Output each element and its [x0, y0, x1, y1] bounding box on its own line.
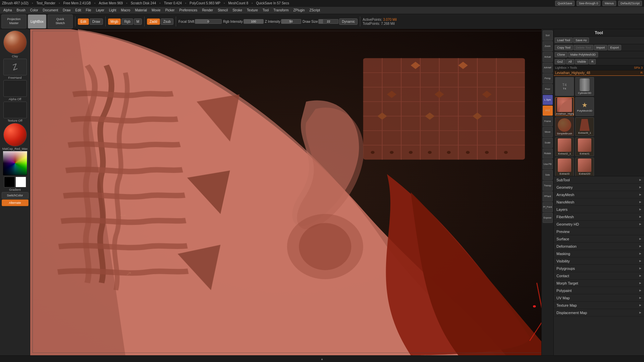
all-button[interactable]: All — [566, 59, 574, 64]
zsub-button[interactable]: Zsub — [161, 18, 173, 25]
menu-item-transform[interactable]: Transform — [271, 8, 290, 13]
3d-viewport[interactable]: ↔ ↗ — [30, 29, 553, 355]
usapb-icon-btn[interactable]: Usa PB — [543, 159, 553, 169]
menu-item-stroke[interactable]: Stroke — [230, 8, 244, 13]
menu-item-macro[interactable]: Macro — [119, 8, 132, 13]
tool-thumb-extract2-1[interactable]: Extract2_1 — [555, 137, 574, 156]
menu-item-stencil[interactable]: Stencil — [216, 8, 230, 13]
subtool-displacement-map[interactable]: Displacement Map — [554, 309, 644, 316]
scroll-icon-btn[interactable]: Scrl — [543, 31, 553, 41]
subtool-texture-map[interactable]: Texture Map — [554, 302, 644, 309]
projection-master-button[interactable]: ProjectionMaster — [1, 14, 26, 28]
subtool-uv-map[interactable]: UV Map — [554, 294, 644, 302]
lsym-icon-btn[interactable]: L.Sym — [543, 95, 553, 105]
subtool-fibermesh[interactable]: FiberMesh — [554, 213, 644, 221]
menu-item-movie[interactable]: Movie — [150, 8, 163, 13]
pfpoint-icon-btn[interactable]: Pf_Point — [543, 202, 553, 212]
move-icon-icon-btn[interactable]: Move — [543, 127, 553, 137]
subtool-arraymesh[interactable]: ArrayMesh — [554, 191, 644, 198]
menu-item-file[interactable]: File — [84, 8, 93, 13]
draw-size-slider[interactable]: 22 — [318, 19, 338, 24]
subtool-layers[interactable]: Layers — [554, 206, 644, 213]
subtool-surface[interactable]: Surface — [554, 235, 644, 243]
menus-button[interactable]: Menus — [602, 1, 616, 6]
subtool-geometry-hd[interactable]: Geometry HD — [554, 221, 644, 228]
see-through-button[interactable]: See-through 0 — [577, 1, 600, 6]
rgb-button[interactable]: Rgb — [121, 18, 133, 25]
clay-sphere[interactable] — [3, 31, 27, 54]
tool-thumb-extract1[interactable]: Extract1 — [575, 137, 594, 156]
menu-item-layer[interactable]: Layer — [94, 8, 106, 13]
visible-button[interactable]: Visible — [575, 59, 588, 64]
menu-item-alpha[interactable]: Alpha — [1, 8, 14, 13]
load-tool-button[interactable]: Load Tool — [555, 38, 573, 43]
solo-icon-btn[interactable]: Solo — [543, 170, 553, 180]
z-intensity-slider[interactable]: 50 — [281, 19, 301, 24]
make-polymesh-button[interactable]: Make PolyMesh3D — [568, 52, 598, 57]
zadd-button[interactable]: Zadd — [147, 18, 160, 25]
subtool-polypaint[interactable]: Polypaint — [554, 287, 644, 294]
subtool-geometry[interactable]: Geometry — [554, 184, 644, 191]
transparent-icon-btn[interactable]: Transp — [543, 181, 553, 191]
menu-item-picker[interactable]: Picker — [163, 8, 177, 13]
draw-button[interactable]: Draw — [90, 18, 103, 25]
subtool-morph-target[interactable]: Morph Target — [554, 280, 644, 287]
tool-thumb-simplebrush[interactable]: SimpleBrush — [555, 117, 574, 136]
canvas-area[interactable]: ↔ ↗ — [30, 29, 553, 355]
texture-off[interactable] — [3, 102, 27, 118]
copy-tool-button[interactable]: Copy Tool — [555, 45, 573, 50]
tool-thumb-extract9-1[interactable]: Extract9_1 — [575, 117, 594, 136]
subtool-masking[interactable]: Masking — [554, 250, 644, 257]
save-as-button[interactable]: Save As — [573, 38, 589, 43]
frame-icon-btn[interactable]: Frame — [543, 116, 553, 126]
clone-button[interactable]: Clone — [555, 52, 568, 57]
matcap-sphere[interactable] — [3, 123, 27, 146]
export-button[interactable]: Export — [608, 45, 621, 50]
mrgb-button[interactable]: Mrgb — [108, 18, 121, 25]
subtool-preview[interactable]: Preview — [554, 228, 644, 235]
menu-item-texture[interactable]: Texture — [245, 8, 260, 13]
menu-item-draw[interactable]: Draw — [61, 8, 72, 13]
menu-item-brush[interactable]: Brush — [15, 8, 28, 13]
dynamic-button[interactable]: Dynamic — [339, 18, 358, 25]
aahalf-icon-btn[interactable]: AAHalf — [543, 63, 553, 73]
color-picker[interactable] — [3, 151, 27, 175]
subtool-deformation[interactable]: Deformation — [554, 243, 644, 250]
menu-item-document[interactable]: Document — [41, 8, 60, 13]
floor-icon-btn[interactable]: Floor — [543, 84, 553, 94]
menu-item-color[interactable]: Color — [28, 8, 40, 13]
subtool-subtool[interactable]: SubTool — [554, 176, 644, 184]
alternate-button[interactable]: Alternate — [2, 199, 29, 206]
rotate-icon-icon-btn[interactable]: Rotate — [543, 148, 553, 159]
freehand-brush[interactable]: Z — [3, 59, 27, 75]
goz-button[interactable]: GoZ — [555, 59, 566, 64]
tool-thumb-T4[interactable]: T4T4 — [555, 77, 574, 96]
scale-icon-icon-btn[interactable]: Scale — [543, 138, 553, 148]
subtool-visibility[interactable]: Visibility — [554, 257, 644, 265]
menu-item-light[interactable]: Light — [107, 8, 118, 13]
pplant-icon-btn[interactable]: PPlant — [543, 191, 553, 201]
r-button[interactable]: R — [589, 59, 596, 64]
menu-item-material[interactable]: Material — [133, 8, 149, 13]
subtool-polygroups[interactable]: Polygroups — [554, 265, 644, 272]
m-button[interactable]: M — [134, 18, 142, 25]
menu-item-tool[interactable]: Tool — [261, 8, 271, 13]
focal-shift-slider[interactable]: 0 — [195, 19, 222, 24]
menu-item-zscript[interactable]: ZScript — [307, 8, 322, 13]
menu-item-preferences[interactable]: Preferences — [177, 8, 199, 13]
actual-icon-btn[interactable]: Actual — [543, 52, 553, 62]
tool-thumb-extract3[interactable]: Extract3 — [555, 158, 574, 176]
default-zscript-button[interactable]: DefaultZScript — [618, 1, 642, 6]
tool-thumb-polymesh3d[interactable]: ★PolyMesh3D — [575, 97, 594, 116]
edit-button[interactable]: Edit — [78, 18, 89, 25]
menu-item-zplugin[interactable]: ZPlugin — [291, 8, 307, 13]
quick-sketch-button[interactable]: QuickSketch — [48, 14, 73, 28]
menu-item-render[interactable]: Render — [200, 8, 215, 13]
subtool-contact[interactable]: Contact — [554, 272, 644, 280]
tool-thumb-Cylinder3D[interactable]: Cylinder3D — [575, 77, 594, 96]
lightbox-button[interactable]: LightBox — [28, 14, 46, 28]
expose-icon-btn[interactable]: Expose — [543, 213, 553, 223]
perspective-icon-btn[interactable]: Persp — [543, 73, 553, 83]
alpha-off[interactable] — [3, 80, 27, 97]
menu-item-edit[interactable]: Edit — [73, 8, 83, 13]
